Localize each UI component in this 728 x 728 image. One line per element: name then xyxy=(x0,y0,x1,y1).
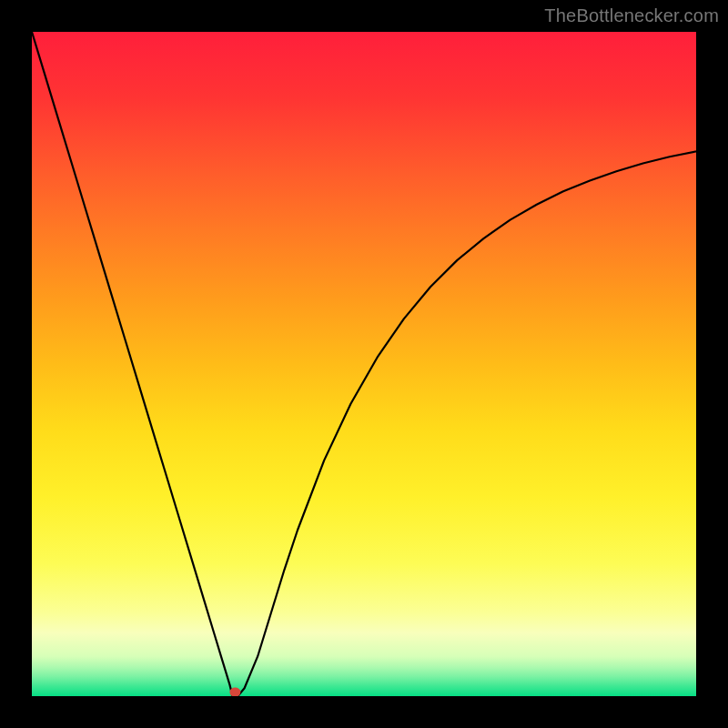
bottleneck-curve xyxy=(32,32,696,696)
plot-area xyxy=(32,32,696,696)
curve-path xyxy=(32,32,696,696)
chart-frame: TheBottlenecker.com xyxy=(0,0,728,728)
watermark-text: TheBottlenecker.com xyxy=(544,5,719,26)
